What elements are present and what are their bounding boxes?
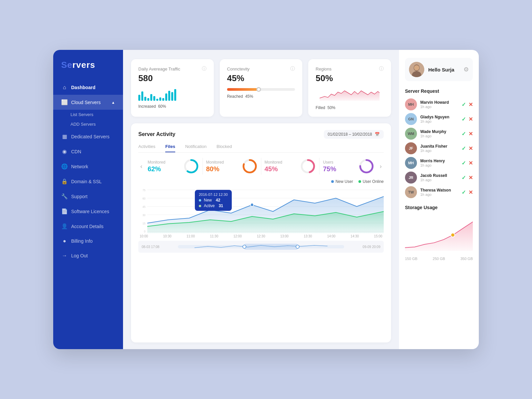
accept-jacob[interactable]: ✓	[462, 175, 466, 181]
activity-header: Server Activity 01/02/2018 – 10/02/2018 …	[138, 130, 384, 139]
timeline-right: 09-09 20:09	[363, 245, 380, 249]
next-button[interactable]: ›	[378, 163, 384, 170]
sidebar-item-cloud-servers[interactable]: ⬜ Cloud Servers ▲	[53, 95, 123, 110]
tooltip-active-val: 31	[219, 203, 223, 208]
decline-gladys[interactable]: ✕	[468, 116, 473, 122]
tooltip-new-val: 42	[216, 198, 220, 202]
req-time-jacob: 1h ago	[420, 178, 458, 182]
stat-footer-connectivity: Reached 45%	[227, 94, 295, 99]
stat-info-regions[interactable]: ⓘ	[379, 66, 384, 72]
sidebar-item-account-details[interactable]: 👤 Account Details	[53, 219, 123, 234]
storage-svg	[405, 215, 473, 251]
sidebar-item-support[interactable]: 🔧 Support	[53, 189, 123, 204]
stat-info-connectivity[interactable]: ⓘ	[290, 66, 295, 72]
accept-marvin[interactable]: ✓	[462, 101, 466, 108]
request-item-0: MH Marvin Howard 1h ago ✓ ✕	[405, 98, 473, 110]
req-info-juanita: Juanita Fisher 1h ago	[420, 144, 458, 153]
svg-text:15: 15	[143, 222, 146, 225]
req-info-wade: Wade Murphy 1h ago	[420, 129, 458, 138]
sidebar-item-software-licences[interactable]: 📄 Software Licences	[53, 204, 123, 219]
req-avatar-theresa: TW	[405, 186, 417, 198]
main-content: Daily Avereage Traffic ⓘ 580	[123, 50, 399, 349]
req-actions-juanita: ✓ ✕	[462, 145, 473, 152]
sidebar-item-billing-info[interactable]: ● Billing Info	[53, 234, 123, 248]
request-item-3: JF Juanita Fisher 1h ago ✓ ✕	[405, 142, 473, 154]
accept-morris[interactable]: ✓	[462, 160, 466, 166]
metric-val-files: 80%	[206, 165, 224, 173]
activity-tabs: Activities Files Notification Blocked	[138, 144, 384, 153]
activity-card: Server Activity 01/02/2018 – 10/02/2018 …	[131, 123, 391, 342]
accept-juanita[interactable]: ✓	[462, 145, 466, 152]
accept-gladys[interactable]: ✓	[462, 116, 466, 122]
home-icon: ⌂	[61, 84, 68, 90]
storage-label-0: 150 GB	[405, 257, 417, 261]
bar-chart-traffic	[138, 88, 206, 101]
tab-notification[interactable]: Notification	[185, 144, 206, 152]
cdn-icon: ◉	[61, 148, 68, 155]
storage-chart	[405, 215, 473, 255]
req-name-marvin: Marvin Howard	[420, 100, 458, 105]
line-chart-svg: 75 60 45 30 15 0	[138, 187, 384, 233]
tab-activities[interactable]: Activities	[138, 144, 155, 152]
stat-info-traffic[interactable]: ⓘ	[202, 66, 206, 72]
sidebar-item-log-out[interactable]: → Log Out	[53, 248, 123, 263]
bar-12	[171, 92, 173, 101]
sidebar-item-network[interactable]: 🌐 Network	[53, 159, 123, 174]
decline-theresa[interactable]: ✕	[468, 189, 473, 196]
stat-value-connectivity: 45%	[227, 73, 295, 83]
stat-footer-traffic: Increased 60%	[138, 104, 206, 109]
sidebar-item-domain-ssl[interactable]: 🔒 Domain & SSL	[53, 174, 123, 189]
chart-tooltip: 2016-07-12 12:30 New 42 Active 31	[195, 190, 232, 211]
req-time-theresa: 1h ago	[420, 193, 458, 197]
svg-point-20	[251, 203, 254, 206]
bar-8	[159, 97, 161, 101]
bar-7	[156, 99, 158, 101]
cloud-icon: ⬜	[61, 99, 68, 105]
tab-files[interactable]: Files	[165, 144, 175, 152]
req-info-jacob: Jacob Russell 1h ago	[420, 173, 458, 182]
sidebar-nav: ⌂ Dashboard ⬜ Cloud Servers ▲ List Serve…	[53, 80, 123, 339]
request-list: MH Marvin Howard 1h ago ✓ ✕ GN Gladys Ng…	[405, 98, 473, 198]
decline-wade[interactable]: ✕	[468, 131, 473, 137]
request-item-1: GN Gladys Nguyen 1h ago ✓ ✕	[405, 113, 473, 125]
chart-timeline[interactable]: 08-03 17:08 09-09 20:09	[138, 241, 384, 253]
svg-text:45: 45	[143, 205, 146, 209]
accept-wade[interactable]: ✓	[462, 131, 466, 137]
date-range-picker[interactable]: 01/02/2018 – 10/02/2018 📅	[324, 130, 384, 139]
metric-files: Monitored 80%	[203, 158, 261, 174]
sidebar-item-list-servers[interactable]: List Servers	[70, 110, 123, 119]
date-range-text: 01/02/2018 – 10/02/2018	[328, 132, 372, 137]
request-item-5: JR Jacob Russell 1h ago ✓ ✕	[405, 172, 473, 184]
decline-jacob[interactable]: ✕	[468, 175, 473, 181]
req-info-morris: Morris Henry 1h ago	[420, 159, 458, 167]
donut-blocked	[358, 158, 374, 174]
stat-footer-regions: Filled 50%	[316, 105, 384, 110]
prev-button[interactable]: ‹	[138, 163, 144, 170]
req-avatar-morris: MH	[405, 157, 417, 169]
req-info-theresa: Theresa Watson 1h ago	[420, 188, 458, 197]
sidebar-item-dashboard[interactable]: ⌂ Dashboard	[53, 80, 123, 95]
sidebar-item-add-servers[interactable]: ADD Servers	[70, 119, 123, 129]
user-greeting: Hello Surja	[428, 67, 460, 72]
decline-morris[interactable]: ✕	[468, 160, 473, 166]
tab-blocked[interactable]: Blocked	[216, 144, 232, 152]
req-avatar-marvin: MH	[405, 98, 417, 110]
svg-point-23	[243, 245, 246, 248]
sidebar-item-cdn[interactable]: ◉ CDN	[53, 144, 123, 159]
content-inner: Daily Avereage Traffic ⓘ 580	[123, 50, 399, 349]
bar-9	[162, 98, 164, 101]
sidebar-item-dedicated-servers[interactable]: ▦ Dedicated Servers	[53, 129, 123, 144]
stats-row: Daily Avereage Traffic ⓘ 580	[131, 59, 391, 117]
req-name-juanita: Juanita Fisher	[420, 144, 458, 149]
decline-marvin[interactable]: ✕	[468, 101, 473, 108]
server-icon: ▦	[61, 133, 68, 140]
metric-blocked: Users 75%	[320, 158, 378, 174]
accept-theresa[interactable]: ✓	[462, 189, 466, 196]
svg-text:60: 60	[143, 197, 146, 200]
stat-label-regions: Regions	[316, 66, 332, 71]
metric-label-blocked: Users	[323, 160, 336, 165]
settings-button[interactable]: ⚙	[464, 66, 469, 73]
svg-point-29	[451, 233, 455, 237]
connectivity-fill	[227, 88, 258, 91]
decline-juanita[interactable]: ✕	[468, 145, 473, 152]
